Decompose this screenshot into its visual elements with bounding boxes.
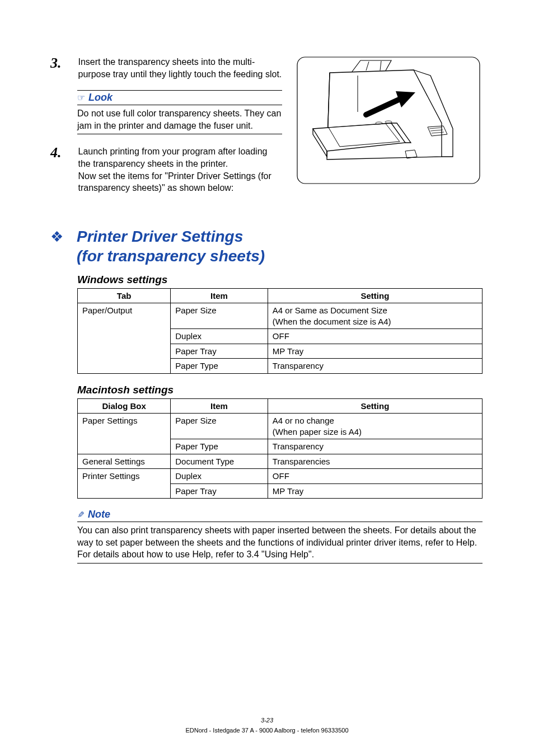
table-row: Paper/Output Paper Size A4 or Same as Do… — [78, 303, 483, 329]
cell: Paper Tray — [171, 344, 268, 359]
th-dialogbox: Dialog Box — [78, 398, 171, 414]
cell: Document Type — [171, 454, 268, 469]
section-title-line1: Printer Driver Settings — [77, 228, 243, 245]
section-heading: ❖ Printer Driver Settings (for transpare… — [50, 227, 484, 266]
macintosh-heading: Macintosh settings — [77, 384, 483, 396]
table-row: Printer Settings Duplex OFF — [78, 469, 483, 484]
diamond-icon: ❖ — [50, 228, 63, 246]
table-header-row: Dialog Box Item Setting — [78, 398, 483, 414]
note-label: Note — [88, 509, 110, 520]
cell: Duplex — [171, 329, 268, 344]
cell: Printer Settings — [78, 469, 171, 499]
look-label: Look — [88, 92, 113, 104]
th-item: Item — [171, 288, 268, 303]
windows-table: Tab Item Setting Paper/Output Paper Size… — [77, 288, 483, 374]
cell: Duplex — [171, 469, 268, 484]
cell: Paper Settings — [78, 414, 171, 454]
cell: Paper Size — [171, 303, 268, 329]
section-title-line2: (for transparency sheets) — [77, 247, 265, 265]
look-callout: ☞ Look Do not use full color transparenc… — [77, 90, 282, 134]
macintosh-settings: Macintosh settings Dialog Box Item Setti… — [77, 384, 483, 499]
cell: A4 or no change (When paper size is A4) — [268, 414, 482, 439]
windows-heading: Windows settings — [77, 274, 483, 286]
th-tab: Tab — [78, 288, 171, 303]
step-text: Insert the transparency sheets into the … — [78, 56, 283, 80]
svg-point-3 — [385, 121, 392, 123]
cell: Transparency — [268, 439, 482, 454]
note-header: ✎ Note — [77, 509, 483, 522]
cell: A4 or Same as Document Size (When the do… — [268, 303, 482, 329]
svg-marker-1 — [396, 91, 415, 107]
cell: Paper Type — [171, 359, 268, 374]
svg-rect-0 — [297, 57, 480, 184]
section-title: Printer Driver Settings (for transparenc… — [77, 227, 265, 266]
look-header: ☞ Look — [77, 90, 282, 105]
note-text: You can also print transparency sheets w… — [77, 522, 483, 564]
table-header-row: Tab Item Setting — [78, 288, 483, 303]
cell: Paper/Output — [78, 303, 171, 374]
cell: Paper Tray — [171, 483, 268, 499]
table-row: Paper Settings Paper Size A4 or no chang… — [78, 414, 483, 439]
windows-settings: Windows settings Tab Item Setting Paper/… — [77, 274, 483, 374]
cell: Paper Type — [171, 439, 268, 454]
cell: General Settings — [78, 454, 171, 469]
th-setting: Setting — [268, 288, 482, 303]
pointer-icon: ☞ — [77, 92, 85, 103]
th-item: Item — [171, 398, 268, 414]
th-setting: Setting — [268, 398, 482, 414]
cell: Transparencies — [268, 454, 482, 469]
printer-illustration — [296, 56, 481, 185]
pencil-icon: ✎ — [77, 510, 85, 520]
macintosh-table: Dialog Box Item Setting Paper Settings P… — [77, 398, 483, 499]
cell: OFF — [268, 469, 482, 484]
step-number: 4. — [50, 145, 62, 194]
cell: Paper Size — [171, 414, 268, 439]
page-number: 3-23 — [0, 717, 534, 724]
cell: OFF — [268, 329, 482, 344]
look-text: Do not use full color transparency sheet… — [77, 105, 282, 134]
step-4: 4. Launch printing from your program aft… — [50, 145, 282, 194]
cell: MP Tray — [268, 344, 482, 359]
table-row: General Settings Document Type Transpare… — [78, 454, 483, 469]
footer-address: EDNord - Istedgade 37 A - 9000 Aalborg -… — [0, 727, 534, 734]
step-text: Launch printing from your program after … — [78, 145, 283, 194]
cell: MP Tray — [268, 483, 482, 499]
page-footer: 3-23 EDNord - Istedgade 37 A - 9000 Aalb… — [0, 717, 534, 734]
note-callout: ✎ Note You can also print transparency s… — [77, 509, 483, 564]
step-3: 3. Insert the transparency sheets into t… — [50, 56, 282, 80]
cell: Transparency — [268, 359, 482, 374]
step-number: 3. — [50, 56, 62, 80]
